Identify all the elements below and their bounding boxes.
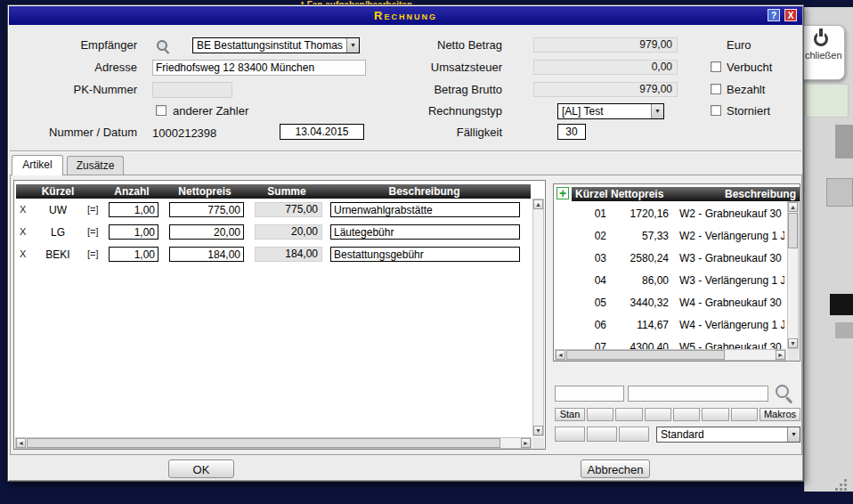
scroll-down-icon[interactable]: ▼ xyxy=(788,338,798,348)
panel-block xyxy=(835,322,853,338)
price-equals-toggle[interactable]: [=] xyxy=(87,204,105,215)
beschreibung-input[interactable] xyxy=(330,247,520,262)
catalog-row[interactable]: 02 57,33 W2 - Verlängerung 1 Jahr xyxy=(555,224,786,247)
datum-input[interactable] xyxy=(280,124,364,140)
rechnungstyp-label: Rechnungstyp xyxy=(386,103,502,119)
macro-search-input-1[interactable] xyxy=(555,386,624,402)
storniert-checkbox[interactable] xyxy=(711,105,721,116)
tab-artikel[interactable]: Artikel xyxy=(12,155,63,175)
horizontal-scrollbar[interactable]: ◄ ► xyxy=(15,437,532,449)
horizontal-scrollbar[interactable]: ◄ ► xyxy=(555,349,786,361)
empfaenger-select[interactable]: BE Bestattungsinstitut Thomas ▼ xyxy=(192,37,360,53)
nettopreis-input[interactable] xyxy=(169,247,244,262)
macro-button[interactable] xyxy=(645,408,671,421)
catalog-row[interactable]: 04 86,00 W3 - Verlängerung 1 Jahr xyxy=(555,269,786,291)
dialog-title: Rechnung xyxy=(9,9,802,22)
scroll-right-icon[interactable]: ► xyxy=(776,350,785,360)
price-equals-toggle[interactable]: [=] xyxy=(87,226,105,237)
add-article-icon[interactable] xyxy=(556,187,569,199)
scroll-up-icon[interactable]: ▲ xyxy=(533,199,543,209)
abbrechen-button[interactable]: Abbrechen xyxy=(581,459,650,478)
macro-button-row-2: Standard ▼ xyxy=(555,427,800,443)
beschreibung-input[interactable] xyxy=(330,224,520,240)
articles-table: Kürzel Anzahl Nettopreis Summe Beschreib… xyxy=(13,180,546,450)
col-beschreibung: Beschreibung xyxy=(329,184,520,199)
scroll-left-icon[interactable]: ◄ xyxy=(556,350,565,360)
tab-zusaetze[interactable]: Zusätze xyxy=(67,156,124,175)
scroll-right-icon[interactable]: ► xyxy=(521,438,531,448)
faelligkeit-label: Fälligkeit xyxy=(386,125,502,141)
macro-button[interactable] xyxy=(587,427,617,442)
makros-button[interactable]: Makros xyxy=(760,408,800,421)
panel-block xyxy=(830,294,853,315)
macro-button[interactable] xyxy=(619,427,649,442)
macro-button[interactable] xyxy=(587,408,613,421)
search-icon-large[interactable] xyxy=(774,383,793,402)
close-icon[interactable]: X xyxy=(784,9,797,21)
anzahl-input[interactable] xyxy=(109,202,158,217)
macro-button[interactable] xyxy=(702,408,728,421)
ok-button[interactable]: OK xyxy=(168,459,234,478)
articles-table-header: Kürzel Anzahl Nettopreis Summe Beschreib… xyxy=(16,184,531,199)
catalog-row[interactable]: 03 2580,24 W3 - Grabneukauf 30 Jahre xyxy=(555,247,786,269)
beschreibung-input[interactable] xyxy=(330,202,520,217)
background-close-button[interactable]: chließen xyxy=(797,25,845,80)
scrollbar-thumb[interactable] xyxy=(566,350,725,360)
vertical-scrollbar[interactable]: ▲ ▼ xyxy=(532,199,544,436)
catalog-nr: 02 xyxy=(576,230,606,242)
scrollbar-thumb[interactable] xyxy=(788,213,798,248)
dialog-titlebar[interactable]: Rechnung ? X xyxy=(9,6,802,25)
search-icon[interactable] xyxy=(156,39,170,53)
resize-grip[interactable] xyxy=(835,488,838,491)
adresse-label: Adresse xyxy=(21,60,137,76)
faelligkeit-input[interactable] xyxy=(557,124,586,140)
verbucht-checkbox[interactable] xyxy=(711,61,721,72)
umsatzsteuer-value: 0,00 xyxy=(533,60,678,75)
background-close-label: chließen xyxy=(798,50,844,61)
panel-block xyxy=(835,125,853,159)
catalog-price: 2580,24 xyxy=(608,252,669,264)
vertical-scrollbar[interactable]: ▲ ▼ xyxy=(787,201,799,349)
macro-button[interactable] xyxy=(555,427,585,442)
nettopreis-input[interactable] xyxy=(169,202,244,217)
macro-button[interactable] xyxy=(615,408,642,421)
scroll-down-icon[interactable]: ▼ xyxy=(533,426,543,435)
chevron-down-icon: ▼ xyxy=(787,427,800,442)
kuerzel-value: BEKI xyxy=(30,248,85,261)
macro-button[interactable] xyxy=(731,408,758,421)
bezahlt-label: Bezahlt xyxy=(727,83,765,96)
catalog-header-right: Beschreibung xyxy=(707,187,796,201)
rechnungstyp-select[interactable]: [AL] Test ▼ xyxy=(557,103,664,119)
betrag-brutto-value: 979,00 xyxy=(533,82,678,97)
catalog-row[interactable]: 06 114,67 W4 - Verlängerung 1 Jahr xyxy=(555,313,786,336)
chevron-down-icon: ▼ xyxy=(346,38,359,53)
scrollbar-thumb[interactable] xyxy=(27,438,500,448)
macro-button[interactable] xyxy=(673,408,700,421)
macro-search-input-2[interactable] xyxy=(628,386,768,402)
scroll-left-icon[interactable]: ◄ xyxy=(16,438,26,448)
catalog-row[interactable]: 05 3440,32 W4 - Grabneukauf 30 Jahre xyxy=(555,291,786,313)
catalog-nr: 05 xyxy=(576,297,606,309)
catalog-price: 57,33 xyxy=(608,230,669,242)
anzahl-input[interactable] xyxy=(109,247,158,262)
preset-select[interactable]: Standard ▼ xyxy=(656,427,800,443)
catalog-description: W4 - Grabneukauf 30 Jahre xyxy=(679,297,784,309)
nettopreis-input[interactable] xyxy=(169,224,244,240)
delete-row-button[interactable]: X xyxy=(20,248,30,259)
power-icon xyxy=(814,32,828,46)
price-equals-toggle[interactable]: [=] xyxy=(87,248,105,259)
delete-row-button[interactable]: X xyxy=(20,226,30,237)
umsatzsteuer-label: Umsatzsteuer xyxy=(386,60,502,76)
bezahlt-checkbox[interactable] xyxy=(711,84,721,94)
scroll-up-icon[interactable]: ▲ xyxy=(788,202,798,212)
help-button[interactable]: ? xyxy=(768,9,780,21)
stan-button[interactable]: Stan xyxy=(555,408,585,421)
col-anzahl: Anzahl xyxy=(103,184,160,199)
adresse-input[interactable] xyxy=(152,60,366,76)
catalog-description: W2 - Verlängerung 1 Jahr xyxy=(679,230,784,242)
anderer-zahler-checkbox[interactable] xyxy=(156,105,167,116)
catalog-row[interactable]: 01 1720,16 W2 - Grabneukauf 30 Jahre xyxy=(555,202,786,224)
anzahl-input[interactable] xyxy=(109,224,158,240)
delete-row-button[interactable]: X xyxy=(20,204,30,215)
panel-block xyxy=(826,178,853,207)
